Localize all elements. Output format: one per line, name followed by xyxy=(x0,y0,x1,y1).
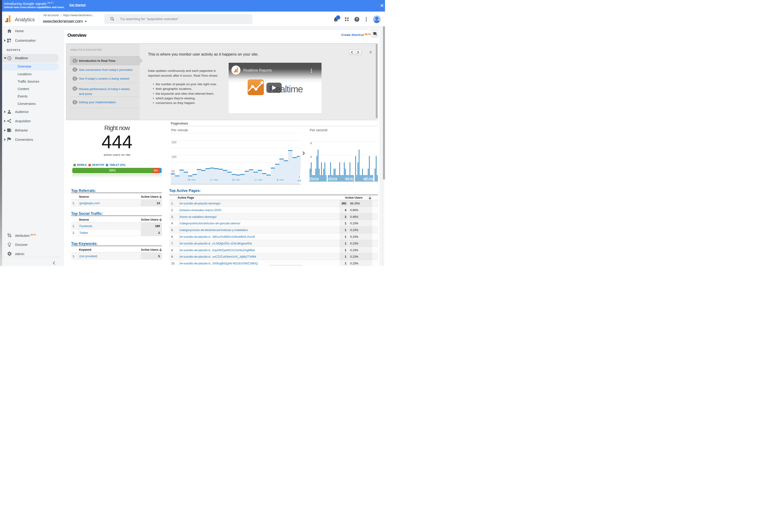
svg-text:6: 6 xyxy=(310,141,312,145)
svg-text:2: 2 xyxy=(74,68,75,71)
svg-text:-26 min: -26 min xyxy=(186,178,196,182)
svg-text:100: 100 xyxy=(171,155,176,159)
svg-text:-21 min: -21 min xyxy=(208,178,218,182)
svg-text:1: 1 xyxy=(74,59,75,62)
svg-text:-11 min: -11 min xyxy=(253,178,262,182)
svg-text:-6 min: -6 min xyxy=(276,178,284,182)
svg-text:4: 4 xyxy=(74,87,75,90)
svg-text:3: 3 xyxy=(74,77,75,80)
svg-text:-30 sec: -30 sec xyxy=(345,177,355,181)
svg-text:50: 50 xyxy=(171,170,175,173)
svg-text:150: 150 xyxy=(171,141,176,144)
svg-text:min: min xyxy=(297,179,301,182)
svg-text:-60 sec: -60 sec xyxy=(309,177,318,181)
svg-text:5: 5 xyxy=(74,100,75,104)
svg-text:-15 sec: -15 sec xyxy=(364,177,373,181)
svg-text:-16 min: -16 min xyxy=(231,178,240,182)
svg-text:-1: -1 xyxy=(297,175,300,178)
svg-text:4: 4 xyxy=(310,155,312,159)
svg-text:-45 sec: -45 sec xyxy=(327,177,337,181)
